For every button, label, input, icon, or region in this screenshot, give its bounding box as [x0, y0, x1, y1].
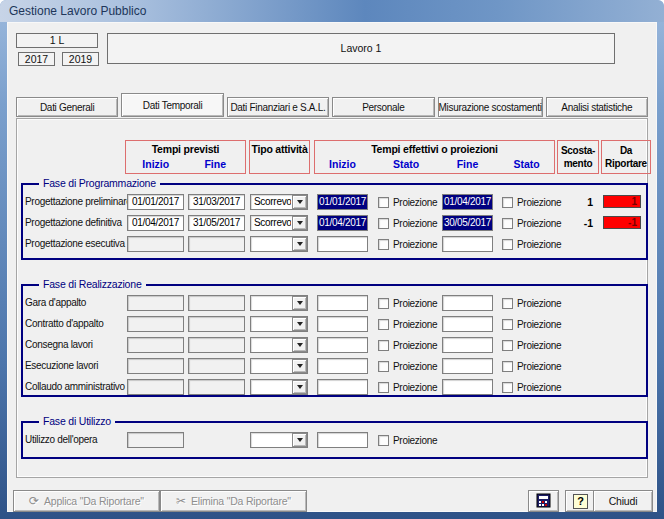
- inizio-effettivo-field[interactable]: 01/01/2017: [317, 194, 368, 210]
- inizio-effettivo-field[interactable]: [317, 316, 368, 332]
- proiezione-checkbox-fine[interactable]: Proiezione: [502, 216, 561, 230]
- inizio-effettivo-field[interactable]: [317, 295, 368, 311]
- checkbox-icon[interactable]: [378, 435, 389, 446]
- fine-effettivo-field[interactable]: [442, 236, 493, 252]
- chevron-down-icon[interactable]: [292, 216, 307, 230]
- help-button[interactable]: ?: [565, 490, 596, 512]
- inizio-previsto-field[interactable]: 01/01/2017: [127, 194, 184, 210]
- checkbox-icon[interactable]: [502, 361, 513, 372]
- fine-effettivo-field[interactable]: [442, 358, 493, 374]
- checkbox-icon[interactable]: [378, 197, 389, 208]
- checkbox-icon[interactable]: [502, 319, 513, 330]
- checkbox-icon[interactable]: [502, 197, 513, 208]
- proiezione-checkbox-inizio[interactable]: Proiezione: [378, 237, 437, 251]
- proiezione-checkbox-fine[interactable]: Proiezione: [502, 380, 561, 394]
- tipo-attivita-select[interactable]: Scorrevole: [250, 215, 308, 231]
- checkbox-icon[interactable]: [502, 340, 513, 351]
- tab-analisi-statistiche[interactable]: Analisi statistiche: [546, 97, 648, 117]
- tab-dati-finanziari[interactable]: Dati Finanziari e S.A.L.: [227, 97, 329, 117]
- proiezione-checkbox-inizio[interactable]: Proiezione: [378, 380, 437, 394]
- tipo-attivita-select[interactable]: [250, 295, 308, 311]
- proiezione-checkbox-fine[interactable]: Proiezione: [502, 195, 561, 209]
- fine-effettivo-field[interactable]: 01/04/2017: [442, 194, 493, 210]
- chevron-down-icon[interactable]: [292, 338, 307, 352]
- checkbox-icon[interactable]: [378, 218, 389, 229]
- inizio-previsto-field[interactable]: 01/04/2017: [127, 215, 184, 231]
- tab-dati-temporali[interactable]: Dati Temporali: [121, 93, 223, 117]
- inizio-previsto-field[interactable]: [127, 432, 184, 448]
- tipo-attivita-select[interactable]: [250, 379, 308, 395]
- tab-misurazione-scostamenti[interactable]: Misurazione scostamenti: [438, 97, 543, 117]
- inizio-effettivo-field[interactable]: [317, 432, 368, 448]
- proiezione-checkbox-inizio[interactable]: Proiezione: [378, 195, 437, 209]
- fine-previsto-field[interactable]: [188, 358, 245, 374]
- fine-effettivo-field[interactable]: [442, 379, 493, 395]
- fine-previsto-field[interactable]: [188, 236, 245, 252]
- inizio-previsto-field[interactable]: [127, 316, 184, 332]
- proiezione-checkbox-inizio[interactable]: Proiezione: [378, 317, 437, 331]
- tipo-attivita-select[interactable]: [250, 358, 308, 374]
- chevron-down-icon[interactable]: [292, 380, 307, 394]
- tab-dati-generali[interactable]: Dati Generali: [16, 97, 118, 117]
- proiezione-checkbox-inizio[interactable]: Proiezione: [378, 359, 437, 373]
- chevron-down-icon[interactable]: [292, 317, 307, 331]
- checkbox-icon[interactable]: [378, 361, 389, 372]
- chevron-down-icon[interactable]: [292, 296, 307, 310]
- inizio-previsto-field[interactable]: [127, 295, 184, 311]
- fine-effettivo-field[interactable]: [442, 337, 493, 353]
- inizio-effettivo-field[interactable]: [317, 358, 368, 374]
- checkbox-icon[interactable]: [502, 298, 513, 309]
- fine-previsto-field[interactable]: 31/05/2017: [188, 215, 245, 231]
- proiezione-checkbox-fine[interactable]: Proiezione: [502, 317, 561, 331]
- checkbox-icon[interactable]: [502, 218, 513, 229]
- chiudi-button[interactable]: Chiudi: [593, 490, 653, 512]
- checkbox-icon[interactable]: [378, 382, 389, 393]
- inizio-previsto-field[interactable]: [127, 337, 184, 353]
- fine-previsto-field[interactable]: [188, 295, 245, 311]
- fine-effettivo-field[interactable]: [442, 295, 493, 311]
- checkbox-icon[interactable]: [378, 298, 389, 309]
- table-row: Contratto d'appalto Proiezione Proiezion…: [17, 316, 649, 333]
- chevron-down-icon[interactable]: [292, 359, 307, 373]
- fine-previsto-field[interactable]: [188, 316, 245, 332]
- tipo-attivita-select[interactable]: [250, 337, 308, 353]
- proiezione-checkbox-fine[interactable]: Proiezione: [502, 359, 561, 373]
- tipo-attivita-select[interactable]: Scorrevole: [250, 194, 308, 210]
- chevron-down-icon[interactable]: [292, 195, 307, 209]
- fine-effettivo-field[interactable]: [442, 316, 493, 332]
- proiezione-checkbox-inizio[interactable]: Proiezione: [378, 216, 437, 230]
- fine-previsto-field[interactable]: [188, 337, 245, 353]
- tipo-attivita-select[interactable]: [250, 432, 308, 448]
- proiezione-checkbox-fine[interactable]: Proiezione: [502, 296, 561, 310]
- inizio-effettivo-field[interactable]: 01/04/2017: [317, 215, 368, 231]
- proiezione-checkbox-fine[interactable]: Proiezione: [502, 237, 561, 251]
- checkbox-icon[interactable]: [378, 239, 389, 250]
- chevron-down-icon[interactable]: [292, 237, 307, 251]
- inizio-previsto-field[interactable]: [127, 358, 184, 374]
- tipo-attivita-select[interactable]: [250, 316, 308, 332]
- checkbox-icon[interactable]: [502, 239, 513, 250]
- inizio-effettivo-field[interactable]: [317, 236, 368, 252]
- proiezione-checkbox-inizio[interactable]: Proiezione: [378, 296, 437, 310]
- titlebar[interactable]: Gestione Lavoro Pubblico: [0, 0, 664, 22]
- proiezione-checkbox-inizio[interactable]: Proiezione: [378, 338, 437, 352]
- proiezione-checkbox-inizio[interactable]: Proiezione: [378, 433, 437, 447]
- inizio-effettivo-field[interactable]: [317, 379, 368, 395]
- report-button[interactable]: [528, 490, 559, 512]
- checkbox-icon[interactable]: [378, 340, 389, 351]
- checkbox-icon[interactable]: [502, 382, 513, 393]
- header-tipo-attivita: Tipo attività: [249, 140, 310, 174]
- fine-previsto-field[interactable]: [188, 379, 245, 395]
- inizio-previsto-field[interactable]: [127, 379, 184, 395]
- applica-da-riportare-button[interactable]: ⟳ Applica "Da Riportare": [13, 490, 160, 512]
- fine-previsto-field[interactable]: 31/03/2017: [188, 194, 245, 210]
- proiezione-checkbox-fine[interactable]: Proiezione: [502, 338, 561, 352]
- checkbox-icon[interactable]: [378, 319, 389, 330]
- elimina-da-riportare-button[interactable]: ✂ Elimina "Da Riportare": [160, 490, 307, 512]
- fine-effettivo-field[interactable]: 30/05/2017: [442, 215, 493, 231]
- tab-personale[interactable]: Personale: [332, 97, 434, 117]
- tipo-attivita-select[interactable]: [250, 236, 308, 252]
- inizio-effettivo-field[interactable]: [317, 337, 368, 353]
- chevron-down-icon[interactable]: [292, 433, 307, 447]
- inizio-previsto-field[interactable]: [127, 236, 184, 252]
